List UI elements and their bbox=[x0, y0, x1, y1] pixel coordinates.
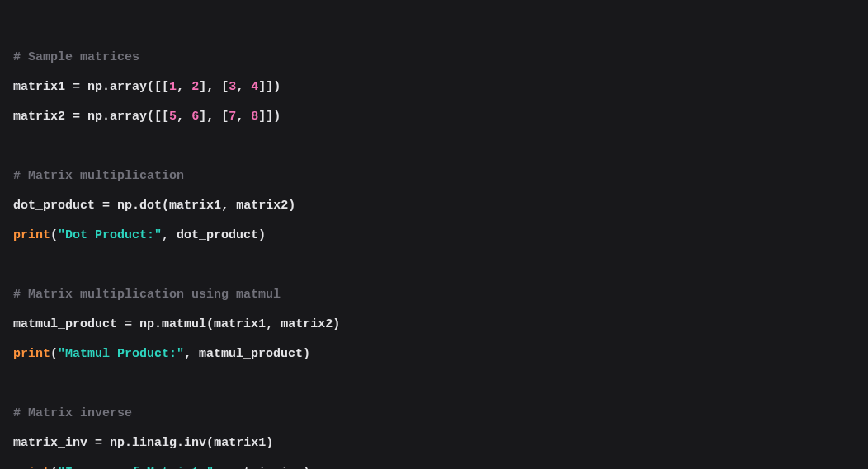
code-text: matrix2 bbox=[13, 110, 65, 124]
code-text: ( bbox=[206, 317, 214, 331]
code-number: 3 bbox=[229, 80, 236, 94]
code-text: , bbox=[177, 110, 191, 124]
code-block: # Sample matrices matrix1 = np.array([[1… bbox=[13, 13, 855, 469]
code-text: ) bbox=[333, 317, 340, 331]
code-text: dot bbox=[139, 199, 162, 213]
code-text: = bbox=[95, 199, 117, 213]
code-text: ( bbox=[50, 347, 58, 361]
code-text: linalg bbox=[132, 436, 177, 450]
code-text: matmul_product bbox=[13, 317, 117, 331]
code-text: matrix2 bbox=[281, 317, 333, 331]
code-text: ], [ bbox=[199, 80, 229, 94]
code-text: ]]) bbox=[258, 80, 281, 94]
code-number: 4 bbox=[251, 80, 258, 94]
code-text: . bbox=[102, 110, 110, 124]
code-text: matmul_product bbox=[199, 347, 303, 361]
code-text: ( bbox=[206, 436, 214, 450]
comment-matrix-mult: # Matrix multiplication bbox=[13, 169, 184, 183]
code-text: ( bbox=[162, 199, 169, 213]
code-text: = bbox=[117, 317, 139, 331]
code-text: ) bbox=[288, 199, 295, 213]
code-text: dot_product bbox=[13, 199, 95, 213]
code-text: dot_product bbox=[177, 228, 258, 242]
code-number: 5 bbox=[169, 110, 177, 124]
code-text: np bbox=[87, 80, 102, 94]
code-text: . bbox=[125, 436, 132, 450]
code-text: = bbox=[65, 110, 87, 124]
code-builtin: print bbox=[13, 228, 50, 242]
code-number: 2 bbox=[191, 80, 199, 94]
code-number: 6 bbox=[191, 110, 199, 124]
comment-inverse: # Matrix inverse bbox=[13, 406, 132, 420]
code-text: . bbox=[177, 436, 184, 450]
code-text: ( bbox=[50, 466, 58, 469]
code-text: matrix1 bbox=[169, 199, 221, 213]
code-text: matrix_inv bbox=[229, 466, 303, 469]
code-text: ( bbox=[50, 228, 58, 242]
code-text: , bbox=[266, 317, 281, 331]
code-text: array bbox=[110, 80, 147, 94]
code-builtin: print bbox=[13, 347, 50, 361]
code-text: matrix1 bbox=[214, 317, 266, 331]
code-number: 7 bbox=[229, 110, 236, 124]
code-string: "Dot Product:" bbox=[58, 228, 162, 242]
code-text: , bbox=[162, 228, 177, 242]
code-text: matrix2 bbox=[236, 199, 288, 213]
code-text: ([[ bbox=[147, 80, 169, 94]
code-string: "Matmul Product:" bbox=[58, 347, 184, 361]
code-builtin: print bbox=[13, 466, 50, 469]
code-text: ([[ bbox=[147, 110, 169, 124]
code-text: inv bbox=[184, 436, 206, 450]
code-text: , bbox=[236, 110, 251, 124]
code-text: , bbox=[221, 199, 236, 213]
code-text: matmul bbox=[162, 317, 206, 331]
code-text: ], [ bbox=[199, 110, 229, 124]
code-text: = bbox=[65, 80, 87, 94]
comment-matmul: # Matrix multiplication using matmul bbox=[13, 288, 281, 302]
code-text: . bbox=[154, 317, 162, 331]
code-text: , bbox=[184, 347, 199, 361]
code-number: 1 bbox=[169, 80, 177, 94]
code-text: . bbox=[102, 80, 110, 94]
code-text: np bbox=[110, 436, 125, 450]
code-text: array bbox=[110, 110, 147, 124]
code-number: 8 bbox=[251, 110, 258, 124]
code-text: np bbox=[117, 199, 132, 213]
code-text: ) bbox=[266, 436, 273, 450]
code-text: = bbox=[87, 436, 110, 450]
code-text: matrix_inv bbox=[13, 436, 87, 450]
code-text: matrix1 bbox=[214, 436, 266, 450]
code-text: ) bbox=[258, 228, 266, 242]
code-text: ]]) bbox=[258, 110, 281, 124]
code-text: ) bbox=[303, 347, 310, 361]
code-text: . bbox=[132, 199, 139, 213]
code-text: np bbox=[87, 110, 102, 124]
code-text: , bbox=[214, 466, 229, 469]
code-text: , bbox=[236, 80, 251, 94]
code-text: matrix1 bbox=[13, 80, 65, 94]
code-text: np bbox=[139, 317, 154, 331]
comment-sample-matrices: # Sample matrices bbox=[13, 50, 139, 64]
code-string: "Inverse of Matrix1:" bbox=[58, 466, 214, 469]
code-text: ) bbox=[303, 466, 310, 469]
code-text: , bbox=[177, 80, 191, 94]
